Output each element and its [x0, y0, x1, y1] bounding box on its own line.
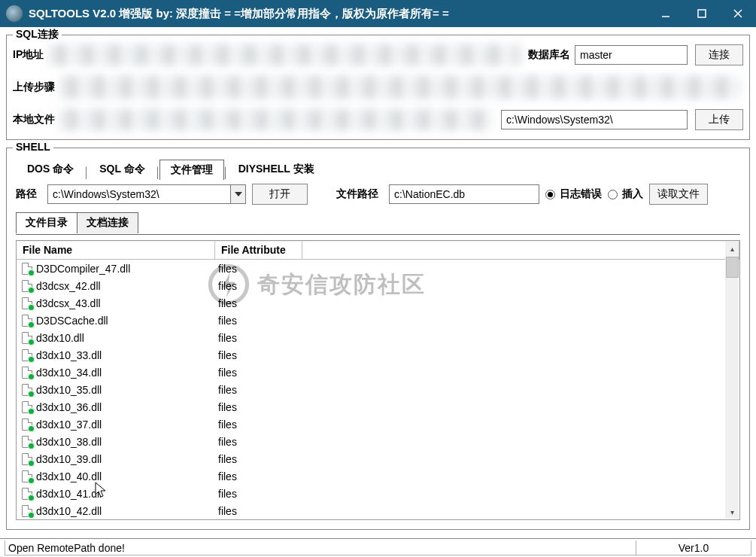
file-icon [21, 384, 33, 396]
cell-filename: D3DSCache.dll [36, 315, 215, 327]
cell-filename: d3dx10_37.dll [36, 419, 215, 431]
file-icon [21, 367, 33, 379]
statusbar: Open RemotePath done! Ver1.0 [0, 538, 756, 557]
table-row[interactable]: d3dx10_33.dllfiles [17, 346, 739, 364]
file-icon [21, 315, 33, 327]
cell-filename: d3dx10_38.dll [36, 436, 215, 448]
cell-fileattr: files [215, 384, 302, 396]
cell-fileattr: files [215, 332, 302, 344]
upload-step-label: 上传步骤 [13, 81, 55, 94]
table-row[interactable]: d3dcsx_42.dllfiles [17, 277, 739, 294]
table-row[interactable]: d3dx10_37.dllfiles [17, 415, 739, 433]
column-header-filename[interactable]: File Name [17, 241, 215, 259]
remote-path-input[interactable] [501, 110, 688, 129]
cell-filename: d3dx10_41.dll [36, 488, 215, 500]
file-icon [21, 453, 33, 465]
tab-dos[interactable]: DOS 命令 [16, 159, 85, 179]
ip-label: IP地址 [13, 48, 44, 62]
table-row[interactable]: d3dx10_36.dllfiles [17, 398, 739, 415]
open-button[interactable]: 打开 [252, 184, 308, 205]
file-sub-tabs: 文件目录 文档连接 [16, 212, 740, 233]
upload-step-blurred [59, 76, 740, 99]
read-file-button[interactable]: 读取文件 [649, 184, 708, 205]
file-icon [21, 505, 33, 517]
scrollbar-vertical[interactable]: ▴ ▾ [725, 242, 739, 519]
cell-fileattr: files [215, 488, 302, 500]
table-row[interactable]: d3dx10_35.dllfiles [17, 381, 739, 398]
cell-fileattr: files [215, 349, 302, 361]
version-label: Ver1.0 [636, 540, 751, 555]
table-row[interactable]: d3dx10_40.dllfiles [17, 467, 739, 485]
file-icon [21, 263, 33, 275]
table-row[interactable]: D3DCompiler_47.dllfiles [17, 260, 739, 277]
titlebar[interactable]: SQLTOOLS V2.0 增强版 by: 深度撞击 = =增加部分常用指令，版… [0, 0, 756, 27]
table-row[interactable]: d3dcsx_43.dllfiles [17, 294, 739, 312]
ip-field-blurred[interactable] [48, 44, 521, 65]
close-button[interactable] [720, 0, 756, 27]
table-row[interactable]: d3dx10_42.dllfiles [17, 502, 739, 519]
cell-fileattr: files [215, 263, 302, 275]
scroll-up-icon[interactable]: ▴ [725, 242, 739, 255]
table-row[interactable]: d3dx10_34.dllfiles [17, 364, 739, 381]
cell-fileattr: files [215, 401, 302, 413]
scroll-thumb[interactable] [726, 257, 739, 278]
cell-fileattr: files [215, 297, 302, 309]
window-title: SQLTOOLS V2.0 增强版 by: 深度撞击 = =增加部分常用指令，版… [29, 7, 648, 21]
file-icon [21, 332, 33, 344]
table-row[interactable]: D3DSCache.dllfiles [17, 312, 739, 329]
table-row[interactable]: d3dx10_41.dllfiles [17, 485, 739, 502]
tab-diyshell[interactable]: DIYSHELL 安装 [227, 159, 326, 179]
cell-fileattr: files [215, 505, 302, 517]
path-label: 路径 [16, 187, 37, 201]
path-combobox[interactable] [47, 184, 246, 204]
db-label: 数据库名 [528, 48, 570, 62]
file-icon [21, 470, 33, 482]
file-icon [21, 349, 33, 361]
sql-legend: SQL连接 [13, 28, 62, 41]
cell-fileattr: files [215, 470, 302, 482]
column-header-attribute[interactable]: File Attribute [215, 241, 302, 259]
table-row[interactable]: d3dx10_39.dllfiles [17, 450, 739, 467]
path-input[interactable] [47, 184, 231, 204]
cell-filename: d3dx10_40.dll [36, 470, 215, 482]
svg-rect-1 [698, 10, 706, 17]
cell-fileattr: files [215, 436, 302, 448]
filepath-input[interactable] [389, 184, 539, 204]
cell-filename: d3dx10.dll [36, 332, 215, 344]
path-dropdown-icon[interactable] [231, 184, 246, 204]
tab-document-link[interactable]: 文档连接 [77, 212, 138, 233]
tab-sql[interactable]: SQL 命令 [88, 159, 156, 179]
local-file-label: 本地文件 [13, 113, 55, 126]
scroll-down-icon[interactable]: ▾ [725, 505, 739, 519]
cell-filename: d3dx10_34.dll [36, 367, 215, 379]
file-icon [21, 419, 33, 431]
status-message: Open RemotePath done! [5, 540, 636, 555]
cell-filename: d3dcsx_43.dll [36, 297, 215, 309]
filepath-label: 文件路径 [336, 187, 378, 201]
minimize-button[interactable] [648, 0, 684, 27]
local-file-blurred[interactable] [59, 109, 493, 130]
radio-on-icon [545, 190, 555, 199]
cell-filename: d3dx10_33.dll [36, 349, 215, 361]
cell-filename: d3dx10_39.dll [36, 453, 215, 465]
cell-filename: d3dx10_36.dll [36, 401, 215, 413]
app-icon [6, 5, 23, 22]
sql-connection-group: SQL连接 IP地址 数据库名 连接 上传步骤 本地文件 上传 [6, 35, 750, 140]
file-icon [21, 280, 33, 292]
tab-file-directory[interactable]: 文件目录 [16, 212, 77, 233]
upload-button[interactable]: 上传 [695, 109, 743, 130]
file-icon [21, 436, 33, 448]
file-icon [21, 488, 33, 500]
db-name-input[interactable] [575, 45, 688, 65]
file-listview[interactable]: File Name File Attribute D3DCompiler_47.… [16, 240, 740, 520]
connect-button[interactable]: 连接 [695, 44, 743, 65]
tab-file-manager[interactable]: 文件管理 [159, 160, 224, 180]
maximize-button[interactable] [684, 0, 720, 27]
radio-insert[interactable]: 插入 [608, 187, 643, 201]
table-row[interactable]: d3dx10_38.dllfiles [17, 433, 739, 450]
cell-filename: d3dx10_42.dll [36, 505, 215, 517]
table-row[interactable]: d3dx10.dllfiles [17, 329, 739, 346]
radio-log-error[interactable]: 日志错误 [545, 187, 602, 201]
cell-filename: d3dx10_35.dll [36, 384, 215, 396]
cell-fileattr: files [215, 419, 302, 431]
